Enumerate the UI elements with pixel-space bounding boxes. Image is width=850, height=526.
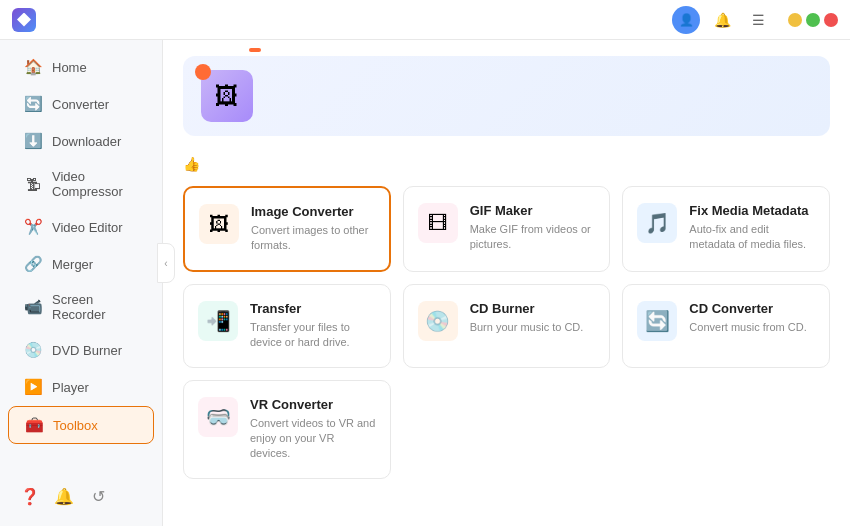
tool-text-transfer: Transfer Transfer your files to device o…: [250, 301, 376, 351]
tool-text-vr-converter: VR Converter Convert videos to VR and en…: [250, 397, 376, 462]
tool-icon-image-converter: 🖼: [199, 204, 239, 244]
tool-card-fix-media-metadata[interactable]: 🎵 Fix Media Metadata Auto-fix and edit m…: [622, 186, 830, 272]
app-logo-inner: [17, 13, 31, 27]
title-bar-right: 👤 🔔 ☰: [672, 6, 838, 34]
tool-card-vr-converter[interactable]: 🥽 VR Converter Convert videos to VR and …: [183, 380, 391, 479]
sidebar-label-converter: Converter: [52, 97, 109, 112]
tool-icon-cd-converter: 🔄: [637, 301, 677, 341]
tool-title-cd-burner: CD Burner: [470, 301, 584, 316]
tool-icon-fix-media-metadata: 🎵: [637, 203, 677, 243]
tool-icon-transfer: 📲: [198, 301, 238, 341]
sidebar-label-merger: Merger: [52, 257, 93, 272]
vr-grid: 🥽 VR Converter Convert videos to VR and …: [183, 380, 830, 479]
close-button[interactable]: [824, 13, 838, 27]
tool-desc-cd-converter: Convert music from CD.: [689, 320, 806, 335]
sidebar-icon-video-compressor: 🗜: [24, 175, 42, 193]
maximize-button[interactable]: [806, 13, 820, 27]
sidebar-label-screen-recorder: Screen Recorder: [52, 292, 138, 322]
banner-badge-new: [249, 48, 261, 52]
sidebar-item-downloader[interactable]: ⬇️ Downloader: [8, 123, 154, 159]
tool-desc-cd-burner: Burn your music to CD.: [470, 320, 584, 335]
tool-title-vr-converter: VR Converter: [250, 397, 376, 412]
tool-text-cd-converter: CD Converter Convert music from CD.: [689, 301, 806, 335]
title-bar: 👤 🔔 ☰: [0, 0, 850, 40]
tool-icon-vr-converter: 🥽: [198, 397, 238, 437]
sidebar-item-dvd-burner[interactable]: 💿 DVD Burner: [8, 332, 154, 368]
tool-card-gif-maker[interactable]: 🎞 GIF Maker Make GIF from videos or pict…: [403, 186, 611, 272]
sidebar-icon-player: ▶️: [24, 378, 42, 396]
window-controls: [788, 13, 838, 27]
sidebar-label-dvd-burner: DVD Burner: [52, 343, 122, 358]
sidebar-item-home[interactable]: 🏠 Home: [8, 49, 154, 85]
sidebar-collapse-btn[interactable]: ‹: [157, 243, 175, 283]
tool-text-fix-media-metadata: Fix Media Metadata Auto-fix and edit met…: [689, 203, 815, 253]
sidebar-item-video-editor[interactable]: ✂️ Video Editor: [8, 209, 154, 245]
banner-icon: 🖼: [201, 70, 253, 122]
sidebar-icon-converter: 🔄: [24, 95, 42, 113]
sidebar-item-screen-recorder[interactable]: 📹 Screen Recorder: [8, 283, 154, 331]
sidebar-label-toolbox: Toolbox: [53, 418, 98, 433]
sidebar-item-player[interactable]: ▶️ Player: [8, 369, 154, 405]
tool-title-transfer: Transfer: [250, 301, 376, 316]
tool-text-cd-burner: CD Burner Burn your music to CD.: [470, 301, 584, 335]
content-area: 🖼 👍 🖼 Image Converter Convert images to …: [163, 40, 850, 526]
sidebar-label-player: Player: [52, 380, 89, 395]
section-icon: 👍: [183, 156, 200, 172]
tool-card-cd-burner[interactable]: 💿 CD Burner Burn your music to CD.: [403, 284, 611, 368]
tool-desc-fix-media-metadata: Auto-fix and edit metadata of media file…: [689, 222, 815, 253]
tool-title-cd-converter: CD Converter: [689, 301, 806, 316]
sidebar-item-video-compressor[interactable]: 🗜 Video Compressor: [8, 160, 154, 208]
tool-icon-gif-maker: 🎞: [418, 203, 458, 243]
sidebar-item-converter[interactable]: 🔄 Converter: [8, 86, 154, 122]
minimize-button[interactable]: [788, 13, 802, 27]
sidebar-label-video-compressor: Video Compressor: [52, 169, 138, 199]
notification-bell[interactable]: 🔔: [50, 482, 78, 510]
sidebar-label-home: Home: [52, 60, 87, 75]
tool-desc-gif-maker: Make GIF from videos or pictures.: [470, 222, 596, 253]
sidebar-icon-dvd-burner: 💿: [24, 341, 42, 359]
sidebar-item-merger[interactable]: 🔗 Merger: [8, 246, 154, 282]
sidebar-label-downloader: Downloader: [52, 134, 121, 149]
sidebar-icon-toolbox: 🧰: [25, 416, 43, 434]
banner[interactable]: 🖼: [183, 56, 830, 136]
tool-card-transfer[interactable]: 📲 Transfer Transfer your files to device…: [183, 284, 391, 368]
sidebar-icon-downloader: ⬇️: [24, 132, 42, 150]
sidebar-icon-merger: 🔗: [24, 255, 42, 273]
title-bar-left: [12, 8, 672, 32]
app-logo: [12, 8, 36, 32]
tool-title-gif-maker: GIF Maker: [470, 203, 596, 218]
tool-text-image-converter: Image Converter Convert images to other …: [251, 204, 375, 254]
tool-title-fix-media-metadata: Fix Media Metadata: [689, 203, 815, 218]
sidebar-item-toolbox[interactable]: 🧰 Toolbox: [8, 406, 154, 444]
sidebar-label-video-editor: Video Editor: [52, 220, 123, 235]
tool-icon-cd-burner: 💿: [418, 301, 458, 341]
notification-btn[interactable]: 🔔: [708, 6, 736, 34]
tool-title-image-converter: Image Converter: [251, 204, 375, 219]
section-title: 👍: [183, 156, 830, 172]
tool-card-cd-converter[interactable]: 🔄 CD Converter Convert music from CD.: [622, 284, 830, 368]
tool-desc-vr-converter: Convert videos to VR and enjoy on your V…: [250, 416, 376, 462]
sidebar-icon-home: 🏠: [24, 58, 42, 76]
main-container: 🏠 Home 🔄 Converter ⬇️ Downloader 🗜 Video…: [0, 40, 850, 526]
tool-desc-transfer: Transfer your files to device or hard dr…: [250, 320, 376, 351]
menu-btn[interactable]: ☰: [744, 6, 772, 34]
tool-text-gif-maker: GIF Maker Make GIF from videos or pictur…: [470, 203, 596, 253]
sidebar-icon-screen-recorder: 📹: [24, 298, 42, 316]
banner-badge-num: [195, 64, 211, 80]
help-button[interactable]: ❓: [16, 482, 44, 510]
user-avatar[interactable]: 👤: [672, 6, 700, 34]
sidebar-bottom: ❓ 🔔 ↺: [0, 474, 162, 518]
sidebar: 🏠 Home 🔄 Converter ⬇️ Downloader 🗜 Video…: [0, 40, 163, 526]
tool-card-image-converter[interactable]: 🖼 Image Converter Convert images to othe…: [183, 186, 391, 272]
refresh-button[interactable]: ↺: [84, 482, 112, 510]
tools-grid: 🖼 Image Converter Convert images to othe…: [183, 186, 830, 368]
sidebar-icon-video-editor: ✂️: [24, 218, 42, 236]
tool-desc-image-converter: Convert images to other formats.: [251, 223, 375, 254]
